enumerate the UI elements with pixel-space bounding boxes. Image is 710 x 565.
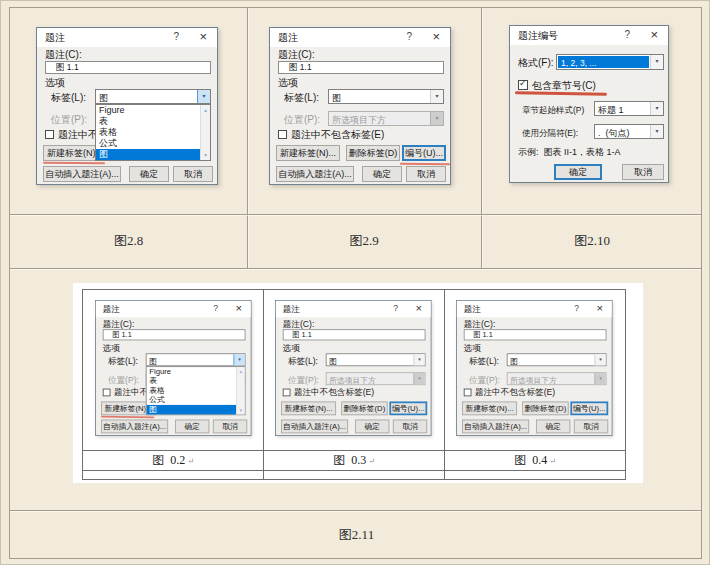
ok-button[interactable]: 确定 <box>554 164 602 180</box>
dialog-title: 题注 <box>464 303 481 315</box>
help-icon[interactable]: ? <box>393 303 398 312</box>
chevron-down-icon[interactable]: ▾ <box>197 90 210 103</box>
cancel-button[interactable]: 取消 <box>393 420 427 434</box>
close-icon[interactable]: × <box>650 27 658 42</box>
new-label-button[interactable]: 新建标签(N)... <box>462 401 517 415</box>
cancel-button[interactable]: 取消 <box>213 420 247 434</box>
dropdown-item-selected[interactable]: 图 <box>96 149 200 160</box>
label-combobox[interactable]: 图 ▾ <box>507 353 607 366</box>
caption-input[interactable] <box>45 61 211 74</box>
ok-button[interactable]: 确定 <box>362 166 402 182</box>
dropdown-item[interactable]: 表格 <box>147 386 236 395</box>
numbering-button[interactable]: 编号(U)... <box>389 401 427 415</box>
chevron-down-icon[interactable]: ▾ <box>413 354 424 365</box>
position-field-label: 位置(P): <box>284 114 320 125</box>
cancel-button[interactable]: 取消 <box>173 166 213 182</box>
caption-input[interactable] <box>283 329 426 340</box>
numbering-button[interactable]: 编号(U)... <box>402 145 446 161</box>
options-group-label: 选项 <box>45 77 65 88</box>
dialog-titlebar: 题注 ? × <box>276 301 431 317</box>
scroll-down-icon[interactable]: ▾ <box>201 151 210 159</box>
caption-input[interactable] <box>278 61 444 74</box>
exclude-label-checkbox[interactable] <box>283 389 291 397</box>
delete-label-button[interactable]: 删除标签(D) <box>346 145 400 161</box>
label-field-label: 标签(L): <box>51 92 86 103</box>
chevron-down-icon[interactable]: ▾ <box>650 55 663 69</box>
dropdown-scrollbar[interactable]: ▴ ▾ <box>200 105 210 160</box>
cancel-button[interactable]: 取消 <box>406 166 446 182</box>
dropdown-item[interactable]: 公式 <box>96 138 200 149</box>
close-icon[interactable]: × <box>199 29 207 44</box>
dropdown-item[interactable]: 表 <box>96 116 200 127</box>
scroll-down-icon[interactable]: ▾ <box>237 407 245 414</box>
cancel-button[interactable]: 取消 <box>574 420 608 434</box>
close-icon[interactable]: × <box>416 302 423 315</box>
caption-numbering-dialog: 题注编号 ? × 格式(F): 1, 2, 3, ... ▾ ✓ 包含章节号(C… <box>509 25 669 183</box>
dropdown-item[interactable]: 公式 <box>147 395 236 404</box>
dropdown-item[interactable]: 表 <box>147 377 236 386</box>
dropdown-item-selected[interactable]: 图 <box>147 405 236 414</box>
exclude-label-checkbox[interactable] <box>103 389 111 397</box>
help-icon[interactable]: ? <box>624 29 630 40</box>
label-combobox[interactable]: 图 ▾ <box>328 89 444 104</box>
red-underline-annotation <box>43 162 105 165</box>
close-icon[interactable]: × <box>236 302 243 315</box>
caption-dialog-expanded: 题注 ? × 题注(C): 选项 标签(L): 图 ▾ 位置(P): 所选项目下… <box>95 300 252 436</box>
ok-button[interactable]: 确定 <box>355 420 389 434</box>
scroll-up-icon[interactable]: ▴ <box>237 368 245 375</box>
exclude-label-checkbox[interactable] <box>464 389 472 397</box>
dropdown-item[interactable]: Figure <box>96 105 200 116</box>
options-group-label: 选项 <box>464 343 481 352</box>
delete-label-button[interactable]: 删除标签(D) <box>522 401 568 415</box>
chapter-style-combobox[interactable]: 标题 1 ▾ <box>594 101 664 116</box>
chevron-down-icon[interactable]: ▾ <box>233 354 244 365</box>
caption-dialog-expanded: 题注 ? × 题注(C): 选项 标签(L): 图 ▾ 位置(P): 所选项目下… <box>36 27 218 185</box>
exclude-label-checkbox[interactable] <box>278 130 287 139</box>
position-field-label: 位置(P): <box>108 375 139 384</box>
dropdown-scrollbar[interactable]: ▴ ▾ <box>236 367 245 414</box>
caption-input[interactable] <box>103 329 246 340</box>
ok-button[interactable]: 确定 <box>175 420 209 434</box>
dropdown-item[interactable]: Figure <box>147 367 236 376</box>
help-icon[interactable]: ? <box>173 31 179 42</box>
help-icon[interactable]: ? <box>213 303 218 312</box>
exclude-label-checkbox[interactable] <box>45 130 54 139</box>
exclude-label-text: 题注中不包含标签(E) <box>475 388 555 397</box>
caption-input[interactable] <box>464 329 607 340</box>
chevron-down-icon[interactable]: ▾ <box>430 90 443 103</box>
ok-button[interactable]: 确定 <box>536 420 570 434</box>
dropdown-item[interactable]: 表格 <box>96 127 200 138</box>
autocaption-button[interactable]: 自动插入题注(A)... <box>101 420 168 434</box>
autocaption-button[interactable]: 自动插入题注(A)... <box>281 420 348 434</box>
format-combobox[interactable]: 1, 2, 3, ... ▾ <box>556 54 664 70</box>
help-icon[interactable]: ? <box>574 303 579 312</box>
ok-button[interactable]: 确定 <box>129 166 169 182</box>
close-icon[interactable]: × <box>597 302 604 315</box>
cancel-button[interactable]: 取消 <box>622 164 664 180</box>
new-label-button[interactable]: 新建标签(N)... <box>281 401 336 415</box>
new-label-button[interactable]: 新建标签(N)... <box>276 145 340 161</box>
caption-dialog: 题注 ? × 题注(C): 选项 标签(L): 图 ▾ 位置(P): 所选项目下… <box>456 300 613 436</box>
chevron-down-icon[interactable]: ▾ <box>650 125 663 138</box>
close-icon[interactable]: × <box>432 29 440 44</box>
label-combobox[interactable]: 图 ▾ <box>146 353 246 366</box>
autocaption-button[interactable]: 自动插入题注(A)... <box>43 166 121 182</box>
label-combobox[interactable]: 图 ▾ <box>95 89 211 104</box>
help-icon[interactable]: ? <box>406 31 412 42</box>
autocaption-button[interactable]: 自动插入题注(A)... <box>276 166 354 182</box>
scroll-up-icon[interactable]: ▴ <box>201 106 210 114</box>
delete-label-button[interactable]: 删除标签(D) <box>341 401 387 415</box>
chevron-down-icon[interactable]: ▾ <box>594 354 605 365</box>
label-combobox-value: 图 <box>510 356 518 367</box>
position-combobox-value: 所选项目下方 <box>329 375 375 386</box>
numbering-button[interactable]: 编号(U)... <box>570 401 608 415</box>
label-combobox[interactable]: 图 ▾ <box>326 353 426 366</box>
chevron-down-icon[interactable]: ▾ <box>650 102 663 115</box>
paragraph-mark-icon: ↵ <box>549 457 556 466</box>
separator-combobox[interactable]: . (句点) ▾ <box>594 124 664 139</box>
caption-field-label: 题注(C): <box>464 319 496 328</box>
paragraph-mark-icon: ↵ <box>368 457 375 466</box>
exclude-label-text: 题注中不包含标签(E) <box>294 388 374 397</box>
autocaption-button[interactable]: 自动插入题注(A)... <box>462 420 529 434</box>
label-field-label: 标签(L): <box>108 356 138 365</box>
